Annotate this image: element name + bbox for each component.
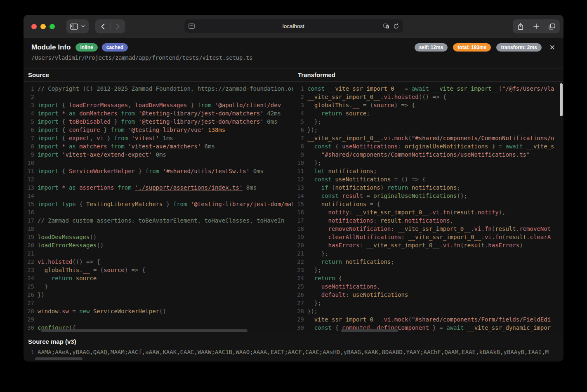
code-line: 5 }; [295,117,563,126]
code-line: 11import { ServiceWorkerHelper } from '#… [25,167,293,175]
browser-toolbar: localhost [24,15,563,38]
code-line: 8import * as matchers from 'vitest-axe/m… [25,142,293,150]
code-line: 17 notifications: result.notifications, [295,216,563,225]
code-line: 15import type { TestingLibraryMatchers }… [25,200,293,208]
source-code-view[interactable]: 1// Copyright (C) 2012-2025 Zammad Found… [24,82,293,334]
page-title: Module Info [31,43,71,52]
code-line: 3import { loadErrorMessages, loadDevMess… [25,101,293,109]
code-line: 15 notifications = { [295,200,563,208]
code-line: 1// Copyright (C) 2012-2025 Zammad Found… [25,85,293,93]
timing-badge: total: 193ms [453,43,491,52]
sourcemap-title: Source map (v3) [24,338,563,348]
code-line: 17// Zammad custom assertions: toBeAvata… [25,216,293,225]
code-line: 22vi.hoisted(() => { [25,258,293,266]
code-line: 12 const useNotifications = () => { [295,175,563,183]
code-line: 27 [25,299,293,307]
code-line: 2__vite_ssr_import_0__.vi.hoisted(() => … [295,93,563,101]
code-line: 14 [25,192,293,200]
share-button[interactable] [513,19,528,33]
close-button[interactable]: ✕ [549,44,555,51]
code-line: 29__vite_ssr_import_0__.vi.mock("#shared… [295,315,563,324]
toolbar-right-buttons [513,19,560,33]
code-line: 3 globalThis.__ = (source) => { [295,101,563,109]
code-line: 19loadDevMessages() [25,233,293,241]
code-line: 9 "#shared/components/CommonNotification… [295,150,563,159]
sidebar-toggle-button[interactable] [66,19,89,33]
status-badge: cached [102,43,128,52]
code-line: 21 }; [295,249,563,258]
transformed-hscrollbar-thumb[interactable] [341,329,398,332]
code-line: 7__vite_ssr_import_0__.vi.mock("#shared/… [295,134,563,142]
sourcemap-line-number: 1 [25,348,38,356]
code-line: 14 const result = originalUseNotificatio… [295,192,563,200]
browser-window: localhost [24,15,563,361]
sidebar-icon [70,23,78,30]
code-line: 27 }; [295,299,563,307]
new-tab-button[interactable] [528,19,544,33]
code-line: 29 [25,315,293,324]
minimize-window-button[interactable] [40,24,46,29]
zoom-window-button[interactable] [50,24,55,29]
transformed-panel-title: Transformed [293,68,563,82]
code-line: 4 return source; [295,109,563,117]
code-line: 5import { toBeDisabled } from '@testing-… [25,117,293,126]
close-window-button[interactable] [31,24,37,29]
code-line: 30 const { computed, defineComponent } =… [295,324,563,332]
address-bar[interactable]: localhost [184,19,403,33]
back-button[interactable] [96,19,110,33]
tab-overview-button[interactable] [544,19,560,33]
code-line: 20loadErrorMessages() [25,241,293,249]
translate-button[interactable] [383,23,389,29]
code-line: 25 } [25,282,293,291]
nav-buttons [95,19,125,33]
module-info-header: Module Info inlinecached self: 12mstotal… [24,38,563,68]
code-line: 19 clearAllNotifications: __vite_ssr_imp… [295,233,563,241]
chevron-down-icon [81,25,85,28]
code-line: 2 [25,93,293,101]
sourcemap-line: 1 AAMA;AAeA,yBAAG,QAAQ,MAAM;AACf,aAAW,KA… [24,348,563,356]
code-line: 9import 'vitest-axe/extend-expect' 0ms [25,150,293,159]
code-line: 24 return { [295,274,563,282]
code-line: 18 removeNotification: __vite_ssr_import… [295,225,563,233]
sourcemap-mappings: AAMA;AAeA,yBAAG,QAAQ,MAAM;AACf,aAAW,KAAK… [38,348,549,356]
code-line: 10 ); [295,159,563,167]
forward-button[interactable] [111,19,125,33]
code-line: 13 if (notifications) return notificatio… [295,183,563,192]
window-controls [31,24,55,29]
code-line: 25 useNotifications, [295,282,563,291]
code-line: 6import { configure } from '@testing-lib… [25,126,293,134]
timing-badge: transform: 2ms [496,43,541,52]
code-line: 11 let notifications; [295,167,563,175]
sourcemap-section: Source map (v3) 1 AAMA;AAeA,yBAAG,QAAQ,M… [24,334,563,361]
timing-badges: self: 12mstotal: 193mstransform: 2ms [415,43,542,52]
code-line: 7import { expect, vi } from 'vitest' 1ms [25,134,293,142]
code-line: 13import * as assertions from './support… [25,183,293,192]
code-line: 28window.sw = new ServiceWorkerHelper() [25,307,293,315]
code-line: 28}); [295,307,563,315]
status-badge: inline [75,43,97,52]
source-panel: Source 1// Copyright (C) 2012-2025 Zamma… [24,68,293,334]
module-inspector-page: Module Info inlinecached self: 12mstotal… [24,38,563,361]
reload-button[interactable] [394,23,399,29]
code-line: 4import * as domMatchers from '@testing-… [25,109,293,117]
timing-badge: self: 12ms [415,43,448,52]
status-badges: inlinecached [75,43,128,52]
code-line: 1const __vite_ssr_import_0__ = await __v… [295,85,563,93]
code-line: 12 [25,175,293,183]
transformed-panel: Transformed 1const __vite_ssr_import_0__… [293,68,563,334]
code-line: 21 [25,249,293,258]
code-line: 18 [25,225,293,233]
code-line: 6}); [295,126,563,134]
code-line: 26}) [25,291,293,299]
code-line: 26 default: useNotifications [295,291,563,299]
url-text: localhost [184,23,403,29]
code-line: 10 [25,159,293,167]
code-panels: Source 1// Copyright (C) 2012-2025 Zamma… [24,68,563,334]
sourcemap-hscrollbar-thumb[interactable] [35,357,83,360]
code-line: 22 return notifications; [295,258,563,266]
source-hscrollbar-thumb[interactable] [41,329,248,332]
code-line: 16 [25,208,293,216]
transformed-vscrollbar-thumb[interactable] [560,83,563,116]
transformed-code-view[interactable]: 1const __vite_ssr_import_0__ = await __v… [293,82,563,334]
code-line: 23 }; [295,266,563,274]
